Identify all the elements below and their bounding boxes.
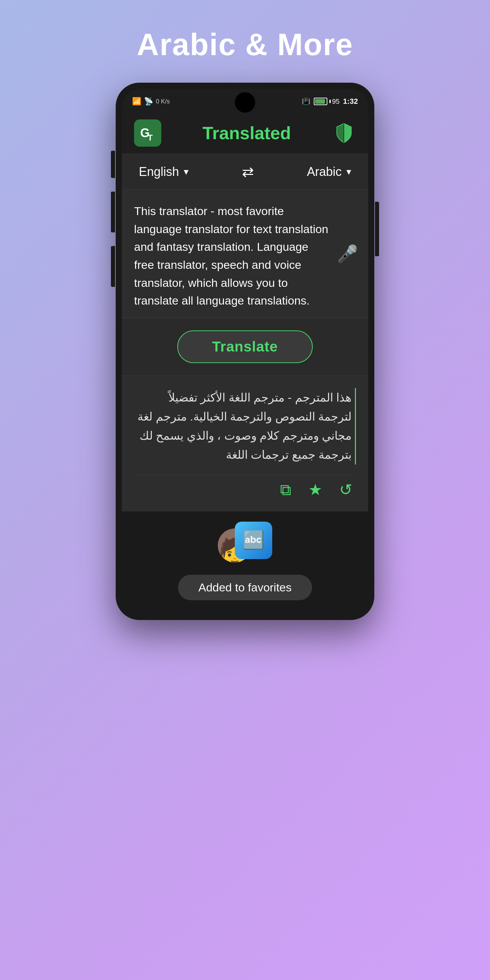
translate-icon-container: 🔤 🧑 bbox=[218, 522, 272, 569]
camera-dot bbox=[235, 92, 255, 113]
side-button-3 bbox=[111, 246, 115, 287]
input-text: This translator - most favorite language… bbox=[134, 202, 356, 310]
phone-wrapper: 📶 📡 0 K/s 📳 95 1:32 bbox=[116, 83, 374, 620]
microphone-icon[interactable]: 🎤 bbox=[337, 244, 358, 264]
side-button-1 bbox=[111, 151, 115, 178]
source-lang-selector[interactable]: English ▾ bbox=[139, 165, 189, 179]
target-language: Arabic bbox=[307, 165, 342, 179]
vibrate-icon: 📳 bbox=[302, 97, 310, 105]
status-right: 📳 95 1:32 bbox=[302, 97, 358, 106]
bottom-section: 🔤 🧑 Added to favorites bbox=[122, 511, 368, 614]
translate-button-wrapper: Translate bbox=[122, 318, 368, 375]
favorites-text: Added to favorites bbox=[198, 581, 292, 594]
status-left: 📶 📡 0 K/s bbox=[132, 97, 170, 106]
time-display: 1:32 bbox=[343, 97, 358, 106]
input-area[interactable]: This translator - most favorite language… bbox=[122, 190, 368, 318]
battery-indicator: 95 bbox=[314, 98, 340, 105]
source-lang-dropdown-icon: ▾ bbox=[184, 166, 189, 177]
side-button-2 bbox=[111, 192, 115, 232]
signal-icon: 📶 bbox=[132, 97, 141, 106]
app-logo: G T bbox=[134, 119, 161, 147]
wifi-icon: 📡 bbox=[144, 97, 153, 106]
history-icon[interactable]: ↺ bbox=[339, 480, 353, 499]
output-actions: ⧉ ★ ↺ bbox=[134, 475, 356, 504]
target-lang-dropdown-icon: ▾ bbox=[347, 166, 351, 177]
target-lang-selector[interactable]: Arabic ▾ bbox=[307, 165, 351, 179]
translated-text: هذا المترجم - مترجم اللغة الأكثر تفضيلاً… bbox=[134, 388, 356, 464]
shield-icon bbox=[332, 121, 356, 145]
language-bar[interactable]: English ▾ ⇄ Arabic ▾ bbox=[122, 154, 368, 190]
app-header: G T Translated bbox=[122, 113, 368, 154]
phone-screen: 📶 📡 0 K/s 📳 95 1:32 bbox=[122, 89, 368, 614]
swap-icon: ⇄ bbox=[242, 163, 254, 180]
translate-badge-icon: 🔤 bbox=[243, 530, 265, 550]
side-button-right bbox=[375, 202, 379, 256]
page-title: Arabic & More bbox=[137, 27, 353, 62]
svg-text:T: T bbox=[148, 133, 153, 142]
translate-badge: 🔤 bbox=[235, 522, 272, 559]
favorites-toast: Added to favorites bbox=[178, 575, 312, 600]
data-speed: 0 K/s bbox=[156, 98, 170, 105]
battery-percent: 95 bbox=[332, 98, 340, 105]
output-area: هذا المترجم - مترجم اللغة الأكثر تفضيلاً… bbox=[122, 375, 368, 511]
source-language: English bbox=[139, 165, 179, 179]
app-title: Translated bbox=[202, 123, 291, 143]
copy-icon[interactable]: ⧉ bbox=[280, 480, 291, 499]
swap-button[interactable]: ⇄ bbox=[242, 163, 254, 180]
favorite-icon[interactable]: ★ bbox=[308, 480, 322, 499]
translate-button[interactable]: Translate bbox=[177, 331, 312, 363]
status-bar: 📶 📡 0 K/s 📳 95 1:32 bbox=[122, 89, 368, 113]
